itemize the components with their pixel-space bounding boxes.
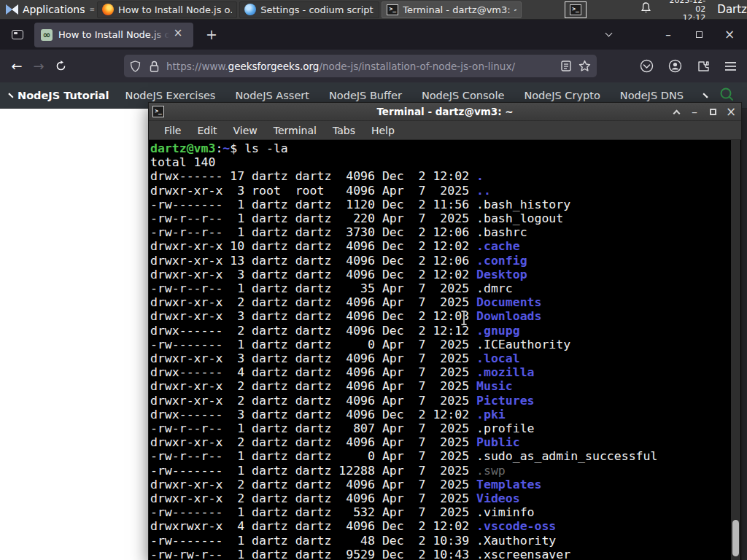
terminal-body[interactable]: dartz@vm3:~$ ls -latotal 140drwx------ 1… bbox=[149, 140, 741, 560]
menu-edit[interactable]: Edit bbox=[189, 125, 225, 136]
notification-bell-icon[interactable] bbox=[640, 2, 651, 17]
terminal-line: drwxr-xr-x 10 dartz dartz 4096 Dec 2 12:… bbox=[150, 239, 730, 253]
workspace-indicator[interactable]: >_ bbox=[565, 1, 586, 18]
url-text: https://www.geeksforgeeks.org/node-js/in… bbox=[166, 61, 555, 72]
terminal-window-controls: – × bbox=[670, 103, 737, 121]
bookmark-star-button[interactable] bbox=[578, 60, 591, 72]
shield-icon[interactable] bbox=[130, 61, 141, 72]
vscodium-icon bbox=[244, 4, 256, 15]
terminal-line: drwxr-xr-x 13 dartz dartz 4096 Dec 2 12:… bbox=[150, 254, 730, 268]
terminal-line: -rw------- 1 dartz dartz 0 Apr 7 2025 .I… bbox=[150, 338, 730, 351]
lock-icon[interactable] bbox=[150, 61, 159, 72]
browser-tab-active[interactable]: ∞ How to Install Node.js on × bbox=[34, 23, 193, 47]
panel-handle: ≡ bbox=[90, 7, 95, 12]
applications-label: Applications bbox=[23, 4, 85, 15]
terminal-titlebar[interactable]: >_ Terminal - dartz@vm3: ~ – × bbox=[149, 103, 741, 121]
nav-item-nodejs-crypto[interactable]: NodeJS Crypto bbox=[524, 90, 600, 101]
mouse-cursor-ibeam bbox=[460, 310, 468, 326]
desktop: Applications ≡ How to Install Node.js o.… bbox=[0, 0, 747, 560]
firefox-icon bbox=[102, 4, 114, 15]
terminal-line: drwx------ 2 dartz dartz 4096 Dec 2 12:1… bbox=[150, 324, 730, 338]
terminal-line: -rw-r--r-- 1 dartz dartz 3730 Dec 2 12:0… bbox=[150, 225, 730, 239]
terminal-line: -rw-r--r-- 1 dartz dartz 220 Apr 7 2025 … bbox=[150, 211, 730, 225]
window-controls: – × bbox=[598, 20, 747, 50]
terminal-icon: >_ bbox=[570, 4, 581, 15]
terminal-line: drwxr-xr-x 2 dartz dartz 4096 Apr 7 2025… bbox=[150, 379, 730, 393]
terminal-title: Terminal - dartz@vm3: ~ bbox=[149, 106, 741, 117]
terminal-maximize-button[interactable] bbox=[707, 106, 719, 118]
pocket-button[interactable] bbox=[640, 59, 654, 73]
firefox-view-button[interactable] bbox=[7, 25, 28, 45]
terminal-line: drwxr-xr-x 2 dartz dartz 4096 Apr 7 2025… bbox=[150, 491, 730, 505]
taskbar-button-terminal[interactable]: >_ Terminal - dartz@vm3: ~ bbox=[382, 1, 522, 18]
shade-button[interactable] bbox=[670, 106, 682, 118]
menu-file[interactable]: File bbox=[156, 125, 189, 136]
menu-help[interactable]: Help bbox=[363, 125, 403, 136]
terminal-line: drwxrwxr-x 4 dartz dartz 4096 Dec 2 12:0… bbox=[150, 519, 730, 533]
terminal-menubar: File Edit View Terminal Tabs Help bbox=[149, 121, 741, 140]
maximize-icon bbox=[710, 109, 716, 115]
tab-bar: ∞ How to Install Node.js on × + – × bbox=[0, 20, 747, 50]
terminal-line: dartz@vm3:~$ ls -la bbox=[150, 141, 730, 155]
nav-prev-button[interactable] bbox=[8, 93, 13, 98]
minimize-button[interactable]: – bbox=[658, 26, 678, 44]
navigation-toolbar: ← → https://www.geeksforgeeks.org/node-j… bbox=[0, 50, 747, 82]
terminal-window: >_ Terminal - dartz@vm3: ~ – × File Edit… bbox=[148, 102, 742, 560]
terminal-line: drwxr-xr-x 2 dartz dartz 4096 Apr 7 2025… bbox=[150, 394, 730, 408]
applications-menu-button[interactable]: Applications bbox=[0, 0, 90, 20]
menu-button[interactable] bbox=[724, 61, 737, 71]
toolbar-right bbox=[640, 50, 747, 82]
menu-tabs[interactable]: Tabs bbox=[325, 125, 363, 136]
taskbar-button-firefox[interactable]: How to Install Node.js o... bbox=[97, 1, 237, 18]
taskbar-button-codium[interactable]: Settings - codium script... bbox=[239, 1, 379, 18]
new-tab-button[interactable]: + bbox=[202, 26, 221, 44]
nav-next-button[interactable] bbox=[703, 93, 708, 98]
search-button[interactable] bbox=[719, 87, 734, 104]
geeksforgeeks-favicon: ∞ bbox=[41, 29, 53, 41]
terminal-scrollbar[interactable] bbox=[731, 140, 740, 560]
taskbar-title: Settings - codium script... bbox=[260, 4, 374, 15]
nav-item-nodejs-assert[interactable]: NodeJS Assert bbox=[235, 90, 309, 101]
extensions-button[interactable] bbox=[697, 60, 710, 73]
search-icon bbox=[719, 87, 734, 101]
terminal-line: drwx------ 4 dartz dartz 4096 Apr 7 2025… bbox=[150, 365, 730, 379]
terminal-scrollbar-thumb[interactable] bbox=[732, 520, 739, 556]
tab-close-button[interactable]: × bbox=[171, 28, 185, 42]
account-button[interactable] bbox=[668, 59, 682, 73]
menu-terminal[interactable]: Terminal bbox=[266, 125, 325, 136]
reader-mode-button[interactable] bbox=[561, 61, 571, 71]
tab-list-button[interactable] bbox=[598, 26, 619, 44]
reload-button[interactable] bbox=[50, 55, 71, 77]
terminal-line: -rw------- 1 dartz dartz 48 Dec 2 10:39 … bbox=[150, 534, 730, 548]
terminal-line: -rw-r--r-- 1 dartz dartz 807 Apr 7 2025 … bbox=[150, 421, 730, 435]
terminal-line: drwxr-xr-x 3 dartz dartz 4096 Dec 2 12:0… bbox=[150, 268, 730, 281]
terminal-line: drwxr-xr-x 3 dartz dartz 4096 Apr 7 2025… bbox=[150, 351, 730, 365]
chevron-up-icon bbox=[673, 109, 680, 117]
url-bar[interactable]: https://www.geeksforgeeks.org/node-js/in… bbox=[124, 55, 597, 77]
nav-item-nodejs-exercises[interactable]: NodeJS Exercises bbox=[125, 90, 216, 101]
close-button[interactable]: × bbox=[719, 26, 740, 44]
back-button[interactable]: ← bbox=[6, 55, 28, 77]
terminal-line: drwxr-xr-x 2 dartz dartz 4096 Apr 7 2025… bbox=[150, 295, 730, 309]
reload-icon bbox=[55, 61, 66, 71]
xfce-menu-icon bbox=[6, 4, 18, 15]
terminal-line: -rw------- 1 dartz dartz 12288 Apr 7 202… bbox=[150, 464, 730, 478]
terminal-line: drwx------ 3 dartz dartz 4096 Dec 2 12:0… bbox=[150, 408, 730, 421]
terminal-line: -rw------- 1 dartz dartz 1120 Dec 2 11:5… bbox=[150, 198, 730, 211]
terminal-line: drwxr-xr-x 2 dartz dartz 4096 Apr 7 2025… bbox=[150, 478, 730, 491]
nav-item-nodejs-tutorial[interactable]: NodeJS Tutorial bbox=[18, 90, 109, 101]
terminal-line: drwx------ 17 dartz dartz 4096 Dec 2 12:… bbox=[150, 169, 730, 183]
maximize-button[interactable] bbox=[689, 26, 709, 44]
terminal-icon: >_ bbox=[387, 4, 398, 15]
taskbar-title: Terminal - dartz@vm3: ~ bbox=[403, 4, 516, 15]
menu-view[interactable]: View bbox=[225, 125, 266, 136]
terminal-minimize-button[interactable]: – bbox=[689, 106, 700, 118]
terminal-line: total 140 bbox=[150, 155, 730, 169]
nav-item-nodejs-buffer[interactable]: NodeJS Buffer bbox=[329, 90, 402, 101]
firefox-view-icon bbox=[12, 30, 23, 39]
terminal-close-button[interactable]: × bbox=[725, 106, 737, 118]
terminal-output[interactable]: dartz@vm3:~$ ls -latotal 140drwx------ 1… bbox=[150, 141, 730, 560]
page-scrollbar[interactable] bbox=[741, 109, 747, 560]
nav-item-nodejs-dns[interactable]: NodeJS DNS bbox=[620, 90, 684, 101]
nav-item-nodejs-console[interactable]: NodeJS Console bbox=[422, 90, 505, 101]
